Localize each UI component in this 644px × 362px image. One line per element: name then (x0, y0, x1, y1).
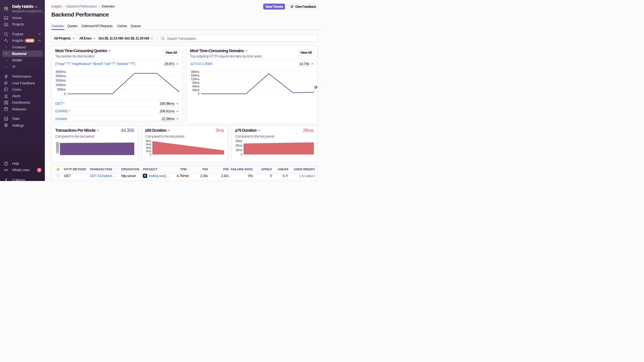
svg-text:20ms: 20ms (235, 144, 242, 147)
svg-text:0: 0 (150, 153, 151, 156)
svg-text:10: 10 (56, 150, 59, 154)
svg-text:1000ms: 1000ms (55, 83, 66, 87)
svg-text:2500ms: 2500ms (55, 70, 66, 73)
svg-text:30ms: 30ms (192, 88, 200, 92)
svg-text:120ms: 120ms (191, 77, 200, 81)
svg-text:60ms: 60ms (192, 85, 200, 88)
svg-text:90ms: 90ms (192, 81, 200, 84)
svg-text:8ms: 8ms (146, 140, 152, 143)
svg-text:500ms: 500ms (57, 88, 66, 91)
svg-text:10ms: 10ms (235, 148, 242, 152)
svg-text:0: 0 (198, 92, 199, 95)
svg-text:30ms: 30ms (235, 140, 242, 143)
svg-text:2000ms: 2000ms (55, 74, 66, 78)
svg-text:150ms: 150ms (191, 74, 200, 77)
svg-text:0: 0 (241, 153, 242, 156)
svg-text:0: 0 (64, 92, 66, 96)
svg-text:6ms: 6ms (146, 143, 152, 146)
svg-text:2ms: 2ms (146, 149, 152, 153)
svg-text:4ms: 4ms (146, 146, 152, 149)
svg-text:1500ms: 1500ms (55, 79, 66, 82)
svg-text:N: N (144, 174, 146, 177)
svg-text:180ms: 180ms (191, 70, 200, 73)
